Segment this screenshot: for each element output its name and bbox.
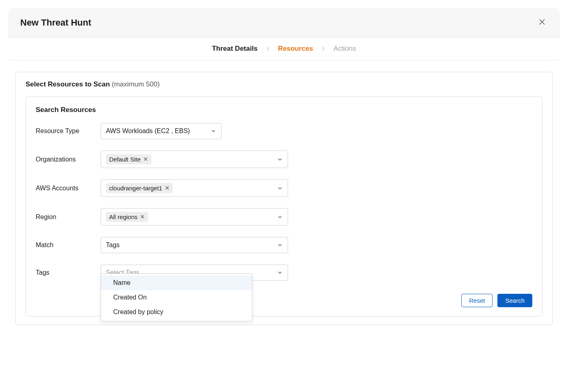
label-match: Match [36,241,101,249]
panel-title-strong: Select Resources to Scan [26,80,110,88]
label-tags: Tags [36,269,101,276]
reset-button[interactable]: Reset [461,294,493,307]
row-region: Region All regions [36,208,532,226]
select-value-resource-type: AWS Workloads (EC2 , EBS) [106,127,190,135]
content-wrapper: Select Resources to Scan (maximum 500) S… [8,60,560,332]
label-resource-type: Resource Type [36,127,101,135]
select-resource-type[interactable]: AWS Workloads (EC2 , EBS) [101,123,222,139]
chevron-right-icon [321,46,326,52]
chip-remove-button[interactable] [143,156,148,163]
tag-option-created-by-policy[interactable]: Created by policy [101,305,252,319]
tag-option-created-on[interactable]: Created On [101,290,252,305]
label-aws-accounts: AWS Accounts [36,185,101,192]
close-button[interactable] [536,16,548,29]
select-value-match: Tags [106,241,120,249]
chevron-down-icon [277,242,283,248]
breadcrumb-actions[interactable]: Actions [333,45,356,53]
panel-title: Select Resources to Scan (maximum 500) [26,80,542,88]
chevron-right-icon [265,46,271,52]
chip-label: All regions [109,213,138,220]
select-match[interactable]: Tags [101,237,288,253]
chevron-down-icon [277,270,283,276]
breadcrumb-resources[interactable]: Resources [278,45,313,53]
page-title: New Threat Hunt [20,17,91,28]
chip-remove-button[interactable] [165,185,170,192]
breadcrumb-threat-details[interactable]: Threat Details [212,45,257,53]
modal-header: New Threat Hunt [8,8,560,37]
chip-default-site: Default Site [106,154,151,164]
chip-label: cloudranger-target1 [109,185,162,192]
chip-all-regions: All regions [106,212,148,222]
tag-option-name[interactable]: Name [101,276,252,290]
chip-label: Default Site [109,156,141,163]
select-aws-accounts[interactable]: cloudranger-target1 [101,179,288,197]
chip-container-aws-accounts: cloudranger-target1 [106,183,173,193]
chevron-down-icon [277,185,283,191]
chevron-down-icon [277,214,283,220]
select-organizations[interactable]: Default Site [101,151,288,168]
select-region[interactable]: All regions [101,208,288,226]
breadcrumb: Threat Details Resources Actions [8,37,560,60]
chip-remove-button[interactable] [140,213,145,220]
chevron-down-icon [211,128,216,134]
chip-container-organizations: Default Site [106,154,151,164]
search-button[interactable]: Search [497,294,532,307]
row-resource-type: Resource Type AWS Workloads (EC2 , EBS) [36,123,532,139]
close-icon [538,18,546,27]
search-resources-title: Search Resources [36,106,532,114]
close-icon [140,213,145,220]
chip-container-region: All regions [106,212,148,222]
search-resources-panel: Search Resources Resource Type AWS Workl… [26,97,542,317]
chevron-down-icon [277,157,283,162]
close-icon [165,185,170,192]
label-region: Region [36,213,101,221]
chip-cloudranger-target1: cloudranger-target1 [106,183,173,193]
row-aws-accounts: AWS Accounts cloudranger-target1 [36,179,532,197]
row-organizations: Organizations Default Site [36,151,532,168]
tags-dropdown-menu: Name Created On Created by policy [101,274,252,321]
row-match: Match Tags [36,237,532,253]
close-icon [143,156,148,163]
label-organizations: Organizations [36,156,101,163]
panel-title-muted: (maximum 500) [112,80,160,88]
resources-panel: Select Resources to Scan (maximum 500) S… [15,72,553,325]
modal-container: New Threat Hunt Threat Details Resources… [8,8,560,332]
